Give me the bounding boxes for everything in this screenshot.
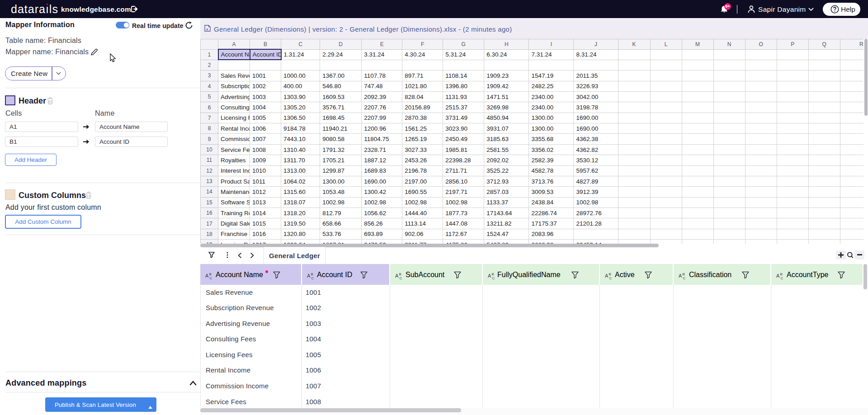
svg-text:A: A [307,273,311,278]
svg-text:A: A [605,273,609,278]
svg-text:C: C [683,276,686,280]
svg-text:C: C [210,276,212,280]
svg-text:C: C [492,276,495,280]
svg-text:A: A [776,273,780,278]
svg-text:A: A [395,273,399,278]
svg-text:C: C [400,276,402,280]
svg-text:x: x [206,27,208,31]
svg-text:A: A [679,273,682,278]
svg-text:A: A [488,273,491,278]
svg-text:C: C [781,276,783,280]
svg-text:C: C [609,276,612,280]
svg-text:A: A [205,273,209,278]
svg-text:C: C [311,276,314,280]
